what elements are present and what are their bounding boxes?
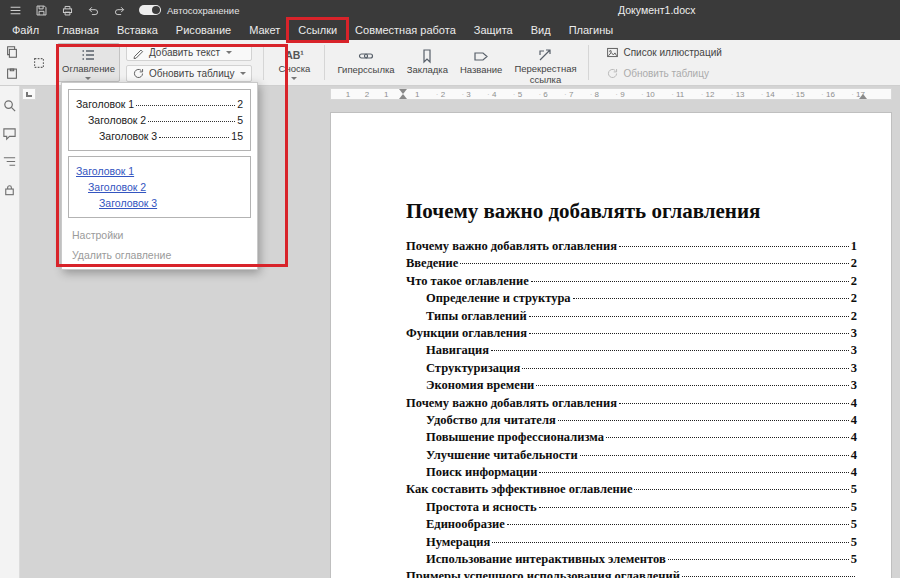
toc-entry[interactable]: Структуризация 3 xyxy=(406,361,857,378)
ruler-number: 5 xyxy=(513,90,522,99)
footnote-button[interactable]: AB¹ Сноска xyxy=(271,43,317,82)
toc-settings-item[interactable]: Настройки xyxy=(68,223,251,243)
toc-entry[interactable]: Единообразие 5 xyxy=(406,517,857,534)
menu-tab[interactable]: Ссылки xyxy=(289,20,346,40)
comments-icon[interactable] xyxy=(2,126,17,141)
menu-tab[interactable]: Плагины xyxy=(560,20,623,40)
toc-entry[interactable]: Навигация 3 xyxy=(406,343,857,360)
table-of-contents-field[interactable]: Почему важно добавлять оглавления 1 Введ… xyxy=(406,239,857,578)
menu-tab[interactable]: Главная xyxy=(48,20,108,40)
caption-label: Название xyxy=(460,65,502,76)
refresh-table-2-button[interactable]: Обновить таблицу xyxy=(600,65,727,82)
menu-tab[interactable]: Файл xyxy=(3,20,48,40)
toc-entry[interactable]: Примеры успешного использования оглавлен… xyxy=(406,569,857,578)
hyperlink-button[interactable]: Гиперссылка xyxy=(332,43,399,82)
toc-entry[interactable]: Почему важно добавлять оглавления 1 xyxy=(406,239,857,256)
print-icon[interactable] xyxy=(60,3,75,17)
menu-tab-label: Файл xyxy=(12,24,39,36)
menu-tab-label: Защита xyxy=(474,24,513,36)
document-page[interactable]: Почему важно добавлять оглавления Почему… xyxy=(330,112,892,578)
toc-entry[interactable]: Поиск информации 4 xyxy=(406,465,857,482)
toc-preview-page: 5 xyxy=(237,112,243,128)
add-text-button[interactable]: Добавить текст xyxy=(126,44,253,61)
ruler-number: 9 xyxy=(615,90,624,99)
toc-entry[interactable]: Функции оглавления 3 xyxy=(406,326,857,343)
headings-navigation-icon[interactable] xyxy=(2,154,17,169)
toc-button[interactable]: Оглавление xyxy=(57,43,120,82)
menu-tab-label: Рисование xyxy=(176,24,231,36)
tab-selector[interactable] xyxy=(22,88,36,100)
menu-icon[interactable] xyxy=(8,3,23,17)
toc-preview-row: Заголовок 1 xyxy=(76,163,243,179)
add-text-icon xyxy=(132,46,145,59)
right-indent-marker[interactable] xyxy=(859,94,867,99)
dot-leader xyxy=(148,121,235,122)
toc-preview-link: Заголовок 3 xyxy=(99,197,157,209)
figures-group: Список иллюстраций Обновить таблицу xyxy=(600,42,727,83)
refresh-table-button[interactable]: Обновить таблицу xyxy=(126,65,253,82)
toc-entry[interactable]: Простота и ясность 5 xyxy=(406,500,857,517)
ruler-number: 8 xyxy=(590,90,599,99)
toc-entry[interactable]: Что такое оглавление 2 xyxy=(406,274,857,291)
toc-style-links[interactable]: Заголовок 1 Заголовок 2 Заголовок 3 xyxy=(68,156,251,218)
toc-preview-label: Заголовок 2 xyxy=(88,112,146,128)
figures-list-button[interactable]: Список иллюстраций xyxy=(600,44,727,61)
ruler-number: 1 xyxy=(415,90,419,99)
menu-tab[interactable]: Рисование xyxy=(167,20,240,40)
menu-tab[interactable]: Вид xyxy=(522,20,560,40)
toc-entry-page: 3 xyxy=(851,361,857,376)
tab-stop-icon xyxy=(26,92,32,97)
toc-entry[interactable]: Как составить эффективное оглавление 5 xyxy=(406,482,857,499)
toc-entry[interactable]: Экономия времени 3 xyxy=(406,378,857,395)
title-bar: Автосохранение Документ1.docx xyxy=(0,0,900,20)
footnote-icon: AB¹ xyxy=(285,47,304,63)
hyperlink-icon xyxy=(358,47,374,64)
dot-leader xyxy=(573,298,849,299)
toc-entry[interactable]: Повышение профессионализма 4 xyxy=(406,430,857,447)
menu-tab[interactable]: Макет xyxy=(240,20,289,40)
dot-leader xyxy=(529,333,849,334)
ruler-number: 14 xyxy=(761,90,775,99)
toc-entry[interactable]: Введение 2 xyxy=(406,256,857,273)
copy-icon[interactable] xyxy=(3,43,21,61)
toc-entry[interactable]: Почему важно добавлять оглавления 4 xyxy=(406,396,857,413)
toc-entry-page: 2 xyxy=(851,274,857,289)
toc-entry[interactable]: Типы оглавлений 2 xyxy=(406,309,857,326)
cross-reference-button[interactable]: Перекрестная ссылка xyxy=(509,43,581,82)
undo-icon[interactable] xyxy=(86,3,101,17)
dot-leader xyxy=(491,350,849,351)
redo-icon[interactable] xyxy=(112,3,127,17)
document-filename: Документ1.docx xyxy=(618,0,696,20)
toc-dropdown: Заголовок 1 2 Заголовок 2 5 Заголовок 3 … xyxy=(61,82,258,270)
refresh-icon xyxy=(606,67,619,80)
toc-tools-group: Добавить текст Обновить таблицу xyxy=(126,42,253,83)
ribbon-separator xyxy=(588,45,589,80)
menu-tab[interactable]: Совместная работа xyxy=(346,20,465,40)
paste-icon[interactable] xyxy=(3,64,21,82)
left-indent-marker[interactable] xyxy=(399,94,407,99)
caption-button[interactable]: Название xyxy=(455,43,507,82)
toc-remove-item[interactable]: Удалить оглавление xyxy=(68,243,251,263)
toc-entry[interactable]: Нумерация 5 xyxy=(406,535,857,552)
toc-preview-row: Заголовок 3 xyxy=(76,195,243,211)
toc-entry[interactable]: Определение и структура 2 xyxy=(406,291,857,308)
toc-entry[interactable]: Удобство для читателя 4 xyxy=(406,413,857,430)
toc-entry-page: 5 xyxy=(851,535,857,550)
select-tool-icon[interactable] xyxy=(30,54,48,72)
menu-tab[interactable]: Защита xyxy=(465,20,522,40)
toc-entry-label: Структуризация xyxy=(426,361,520,376)
menu-tab[interactable]: Вставка xyxy=(108,20,167,40)
horizontal-ruler[interactable]: 121 1234567891011121314151617 xyxy=(330,88,892,100)
bookmark-button[interactable]: Закладка xyxy=(402,43,453,82)
search-icon[interactable] xyxy=(2,98,17,113)
save-icon[interactable] xyxy=(34,3,49,17)
toc-entry[interactable]: Использование интерактивных элементов 5 xyxy=(406,552,857,569)
autosave-toggle[interactable] xyxy=(139,5,161,15)
lock-icon[interactable] xyxy=(2,182,17,197)
toc-entry-label: Повышение профессионализма xyxy=(426,430,604,445)
toc-entry-label: Использование интерактивных элементов xyxy=(426,552,666,567)
toc-style-classic[interactable]: Заголовок 1 2 Заголовок 2 5 Заголовок 3 … xyxy=(68,89,251,151)
toc-entry[interactable]: Улучшение читабельности 4 xyxy=(406,448,857,465)
refresh-icon xyxy=(132,67,145,80)
menu-tab-label: Вид xyxy=(531,24,551,36)
